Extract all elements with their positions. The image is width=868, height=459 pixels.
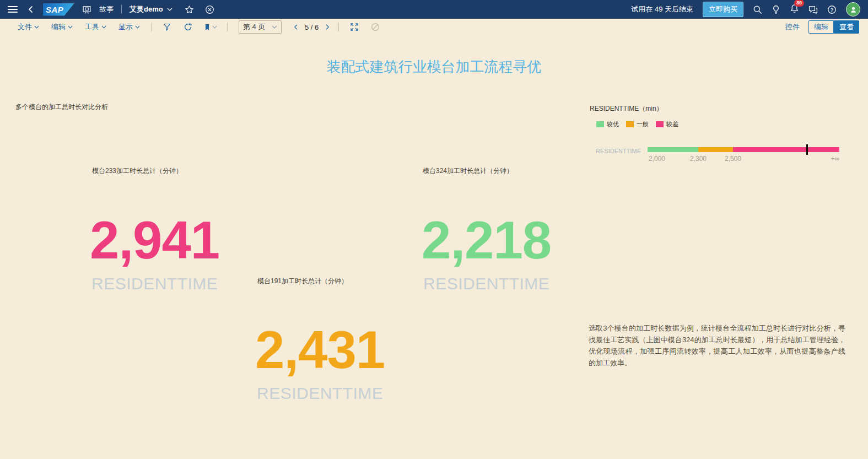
buy-now-button[interactable]: 立即购买: [703, 2, 743, 17]
help-icon[interactable]: ?: [827, 5, 837, 14]
previous-page-icon[interactable]: [293, 24, 299, 30]
topbar-divider: [121, 5, 122, 14]
mode-switch: 编辑 查看: [808, 20, 859, 34]
menu-file[interactable]: 文件: [14, 22, 42, 32]
menu-tools-label: 工具: [85, 22, 99, 32]
tick-2300: 2,300: [690, 155, 707, 163]
section-label: 多个模台的加工总时长对比分析: [15, 102, 108, 112]
chevron-down-icon: [101, 25, 106, 29]
legend-item-bad: 较差: [656, 120, 678, 128]
topbar-right-group: 试用在 49 天后结束 立即购买 39: [631, 2, 868, 17]
chevron-down-icon: [272, 25, 277, 29]
page-dropdown-value: 第 4 页: [243, 22, 265, 32]
app-window: SAP 故事 艾灵demo: [0, 0, 868, 459]
threshold-legend: 较优 一般 较差: [596, 120, 678, 128]
story-icon: [82, 5, 91, 14]
menu-tools[interactable]: 工具: [82, 22, 110, 32]
story-toolbar: 文件 编辑 工具 显示: [0, 19, 868, 35]
legend-item-good: 较优: [596, 120, 619, 128]
menu-edit-label: 编辑: [51, 22, 66, 32]
legend-label-bad: 较差: [666, 120, 678, 128]
top-navigation-bar: SAP 故事 艾灵demo: [0, 0, 868, 19]
kpi-324-label: 模台324加工时长总计（分钟）: [423, 166, 513, 176]
close-story-icon[interactable]: [205, 5, 214, 14]
legend-swatch-medium: [626, 121, 634, 127]
tick-infinity: +∞: [831, 155, 839, 163]
sap-logo: SAP: [43, 3, 74, 16]
page-indicator: 5 / 6: [305, 23, 319, 31]
toolbar-divider: [227, 23, 228, 31]
threshold-bullet-bar[interactable]: [648, 147, 839, 152]
legend-swatch-good: [596, 121, 604, 127]
threshold-panel-title: RESIDENTTIME（min）: [590, 104, 663, 114]
kpi-191-measure: RESIDENTTIME: [257, 384, 383, 403]
topbar-left-group: SAP 故事 艾灵demo: [0, 3, 214, 16]
tick-2500: 2,500: [725, 155, 741, 163]
trial-countdown-text: 试用在 49 天后结束: [631, 4, 693, 14]
user-avatar[interactable]: [846, 2, 860, 17]
chevron-down-icon: [68, 25, 73, 29]
search-icon[interactable]: [753, 5, 762, 14]
svg-text:?: ?: [831, 6, 834, 12]
unavailable-action-icon: [368, 23, 383, 31]
menu-edit[interactable]: 编辑: [48, 22, 76, 32]
controls-link[interactable]: 控件: [785, 22, 800, 32]
page-navigation: 5 / 6: [293, 23, 331, 31]
bullet-value-marker[interactable]: [806, 144, 808, 155]
story-type-label: 故事: [99, 4, 114, 14]
menu-display[interactable]: 显示: [115, 22, 143, 32]
toolbar-right-group: 控件 编辑 查看: [785, 20, 868, 34]
bullet-segment-bad: [733, 147, 839, 152]
chevron-down-icon[interactable]: [167, 8, 172, 11]
lightbulb-icon[interactable]: [772, 5, 780, 14]
chevron-down-icon: [135, 25, 140, 29]
bullet-segment-good: [648, 147, 698, 152]
document-title[interactable]: 艾灵demo: [130, 4, 172, 14]
menu-display-label: 显示: [118, 22, 133, 32]
toolbar-divider: [338, 23, 339, 31]
kpi-233-measure: RESIDENTTIME: [91, 274, 218, 293]
kpi-191-label: 模台191加工时长总计（分钟）: [257, 277, 348, 286]
kpi-191-value[interactable]: 2,431: [255, 323, 385, 376]
bookmark-menu[interactable]: [201, 23, 219, 31]
edit-mode-button[interactable]: 编辑: [808, 20, 834, 34]
chevron-down-icon: [212, 25, 217, 29]
chevron-down-icon: [34, 25, 39, 29]
page-dropdown[interactable]: 第 4 页: [239, 20, 282, 34]
kpi-233-value[interactable]: 2,941: [90, 214, 219, 267]
filter-icon[interactable]: [159, 23, 175, 31]
fullscreen-icon[interactable]: [347, 23, 362, 31]
toolbar-divider: [151, 23, 152, 31]
kpi-324-value[interactable]: 2,218: [422, 214, 551, 267]
kpi-324-measure: RESIDENTTIME: [423, 274, 549, 293]
page-title: 装配式建筑行业模台加工流程寻优: [0, 57, 868, 77]
notifications-bell[interactable]: 39: [790, 4, 799, 15]
notification-count-badge: 39: [794, 0, 804, 7]
view-mode-button[interactable]: 查看: [834, 20, 859, 34]
document-title-text: 艾灵demo: [130, 4, 163, 14]
legend-label-medium: 一般: [637, 120, 649, 128]
favorite-star-icon[interactable]: [185, 5, 194, 14]
next-page-icon[interactable]: [324, 24, 331, 30]
back-icon[interactable]: [26, 5, 35, 14]
legend-label-good: 较优: [607, 120, 619, 128]
legend-swatch-bad: [656, 121, 664, 127]
toolbar-left-group: 文件 编辑 工具 显示: [0, 20, 383, 34]
menu-file-label: 文件: [18, 22, 32, 32]
bullet-axis-label: RESIDENTTIME: [589, 148, 641, 154]
bullet-tick-labels: 2,000 2,300 2,500 +∞: [648, 155, 839, 163]
bullet-segment-medium: [698, 147, 733, 152]
discussions-icon[interactable]: [808, 5, 818, 14]
refresh-icon[interactable]: [180, 23, 196, 31]
legend-item-medium: 一般: [626, 120, 649, 128]
analysis-annotation-text: 选取3个模台的加工时长数据为例，统计模台全流程加工总时长进行对比分析，寻找最佳工…: [589, 322, 845, 369]
bookmark-icon: [203, 23, 211, 31]
kpi-233-label: 模台233加工时长总计（分钟）: [92, 166, 182, 176]
menu-hamburger-icon[interactable]: [7, 4, 19, 15]
tick-2000: 2,000: [649, 155, 665, 163]
